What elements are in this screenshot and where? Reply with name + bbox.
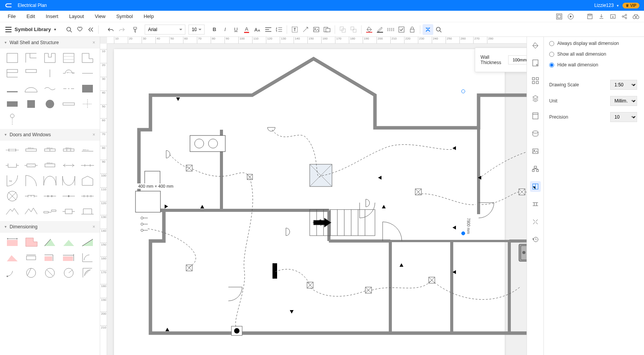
drawing-page[interactable]: 400 mm × 400 mm 7900 mm Wall Thickness A… (114, 49, 505, 355)
symbol-item[interactable] (4, 67, 20, 80)
checkbox-icon[interactable] (396, 24, 407, 35)
symbol-item[interactable]: 1000 mm (41, 159, 58, 172)
sitemap-icon[interactable] (530, 163, 541, 174)
symbol-item[interactable] (61, 159, 77, 172)
fill-tool-icon[interactable] (530, 40, 541, 51)
align-panel-icon[interactable] (530, 199, 541, 210)
floor-plan-drawing[interactable] (114, 49, 505, 355)
shapes-icon[interactable] (530, 75, 541, 86)
export-icon[interactable] (607, 11, 619, 22)
library-chevron-icon[interactable]: ▾ (54, 27, 56, 31)
symbol-item[interactable] (4, 97, 20, 111)
symbol-item[interactable] (41, 251, 58, 264)
wall-tool-icon[interactable] (423, 24, 433, 35)
line-style-icon[interactable] (385, 24, 396, 35)
menu-file[interactable]: File (2, 13, 21, 19)
text-color-icon[interactable]: A (241, 24, 252, 35)
fill-color-icon[interactable] (364, 24, 375, 35)
category-doors-windows[interactable]: ▾ Doors and Windows × (0, 129, 100, 140)
username[interactable]: Lizzie123 (594, 3, 614, 8)
wall-thickness-input[interactable] (508, 55, 527, 64)
play-icon[interactable] (565, 11, 576, 22)
symbol-item[interactable] (23, 67, 39, 80)
symbol-item[interactable]: 1800 mm (79, 144, 96, 157)
symbol-item[interactable] (79, 251, 96, 264)
selection-handle[interactable] (461, 231, 465, 235)
page-setup-icon[interactable] (530, 58, 541, 68)
symbol-item[interactable] (79, 174, 96, 187)
symbol-item[interactable] (61, 51, 77, 64)
symbol-item[interactable] (23, 251, 39, 264)
symbol-item[interactable] (23, 82, 39, 95)
symbol-item[interactable] (41, 67, 58, 80)
close-category-icon[interactable]: × (92, 40, 95, 45)
user-menu-chevron-icon[interactable]: ▾ (617, 3, 619, 8)
unit-select[interactable]: Millim… (610, 96, 637, 106)
image-panel-icon[interactable] (530, 146, 541, 157)
menu-view[interactable]: View (89, 13, 111, 19)
symbol-item[interactable] (79, 205, 96, 218)
symbol-item[interactable] (61, 97, 77, 111)
symbol-item[interactable] (23, 266, 39, 279)
symbol-item[interactable] (79, 51, 96, 64)
format-painter-icon[interactable] (130, 24, 141, 35)
floorplan-properties-icon[interactable] (530, 181, 541, 192)
data-icon[interactable] (530, 128, 541, 139)
precision-select[interactable]: 10 (610, 112, 637, 122)
symbol-item[interactable] (79, 266, 96, 279)
symbol-item[interactable] (61, 205, 77, 218)
align-icon[interactable] (263, 24, 274, 35)
drawing-scale-select[interactable]: 1:50 (610, 80, 637, 90)
theme-icon[interactable] (530, 111, 541, 121)
symbol-item[interactable] (4, 251, 20, 264)
symbol-item[interactable]: 1800 mm (61, 144, 77, 157)
italic-icon[interactable]: I (220, 24, 231, 35)
font-select[interactable]: Arial (145, 25, 185, 35)
symbol-item[interactable] (41, 82, 58, 95)
redo-icon[interactable] (116, 24, 127, 35)
symbol-item[interactable] (79, 67, 96, 80)
symbol-item[interactable] (41, 236, 58, 249)
symbol-item[interactable] (23, 97, 39, 111)
close-category-icon[interactable]: × (92, 224, 95, 230)
symbol-item[interactable] (4, 190, 20, 203)
symbol-item[interactable] (4, 51, 20, 64)
binoculars-icon[interactable] (630, 11, 642, 22)
symbol-item[interactable] (4, 266, 20, 279)
radio-always-display[interactable]: Always display wall dimension (549, 41, 639, 46)
symbol-item[interactable] (61, 251, 77, 264)
radio-hide[interactable]: Hide wall dimension (549, 62, 639, 68)
menu-insert[interactable]: Insert (40, 13, 64, 19)
bold-icon[interactable]: B (209, 24, 220, 35)
insert-image-icon[interactable] (311, 24, 322, 35)
symbol-item[interactable] (23, 51, 39, 64)
symbol-item[interactable]: span_h mm (61, 67, 77, 80)
symbol-item[interactable] (61, 236, 77, 249)
history-icon[interactable] (530, 234, 541, 245)
symbol-item[interactable] (23, 236, 39, 249)
favorite-icon[interactable] (74, 24, 85, 35)
distribute-icon[interactable] (530, 216, 541, 227)
category-dimensioning[interactable]: ▾ Dimensioning × (0, 221, 100, 233)
menu-symbol[interactable]: Symbol (111, 13, 138, 19)
symbol-item[interactable]: 1000 mm (23, 144, 39, 157)
vip-badge[interactable]: ♕ VIP (623, 3, 639, 8)
symbol-item[interactable] (41, 174, 58, 187)
close-category-icon[interactable]: × (92, 132, 95, 137)
lock-icon[interactable] (407, 24, 418, 35)
font-size-select[interactable]: 10 (188, 25, 205, 35)
ungroup-icon[interactable] (348, 24, 359, 35)
symbol-item[interactable] (41, 51, 58, 64)
category-wall-shell[interactable]: ▾ Wall Shell and Structure × (0, 37, 100, 48)
library-menu-icon[interactable] (5, 26, 12, 33)
symbol-item[interactable] (23, 190, 39, 203)
insert-line-icon[interactable] (300, 24, 311, 35)
symbol-item[interactable] (23, 174, 39, 187)
group-icon[interactable] (337, 24, 348, 35)
symbol-item[interactable] (23, 159, 39, 172)
symbol-item[interactable] (4, 82, 20, 95)
symbol-item[interactable]: 700 (4, 174, 20, 187)
symbol-item[interactable] (79, 190, 96, 203)
share-icon[interactable] (619, 11, 630, 22)
line-color-icon[interactable] (375, 24, 385, 35)
